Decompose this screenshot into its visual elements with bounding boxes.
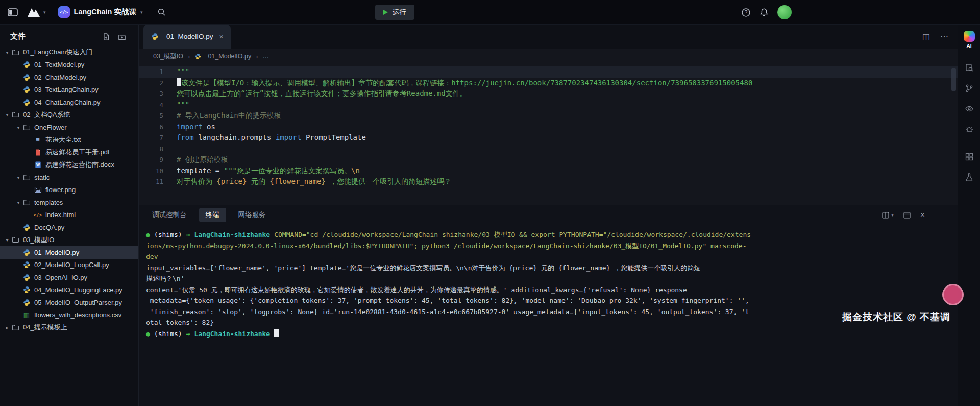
terminal-line: ions/ms-python.debugpy-2024.0.0-linux-x6…: [146, 241, 958, 252]
workspace-switcher[interactable]: </> LangChain 实战课 ▾: [58, 6, 143, 18]
extensions-icon[interactable]: [965, 152, 974, 161]
code-token: """: [177, 67, 189, 76]
new-folder-icon[interactable]: [118, 33, 126, 41]
close-panel-icon[interactable]: ×: [920, 210, 925, 220]
tree-folder[interactable]: 01_LangChain快速入门: [0, 46, 138, 59]
terminal-line: content='仅需 50 元，即可拥有这束娇艳欲滴的玫瑰，它如爱情的使者，散…: [146, 284, 958, 296]
maximize-panel-icon[interactable]: [903, 211, 911, 219]
chevron-right-icon[interactable]: [3, 325, 11, 330]
tab-debug-console[interactable]: 调试控制台: [152, 210, 187, 220]
code-token: 对于售价为: [177, 177, 216, 185]
ai-label: AI: [967, 43, 972, 49]
code-token: \n: [351, 166, 360, 175]
split-terminal-icon[interactable]: ▾: [881, 211, 894, 219]
tree-folder[interactable]: templates: [0, 196, 138, 209]
notifications-bell-icon[interactable]: [760, 8, 769, 17]
tree-file[interactable]: 03_TextLangChain.py: [0, 84, 138, 97]
tree-file[interactable]: 05_ModelIO_OutputParser.py: [0, 296, 138, 309]
tree-file-selected[interactable]: 01_ModelIO.py: [0, 246, 138, 259]
floating-assistant-badge[interactable]: [942, 284, 964, 305]
workspace-name: LangChain 实战课: [74, 7, 136, 17]
close-icon[interactable]: ×: [219, 33, 224, 41]
tree-file[interactable]: </> index.html: [0, 209, 138, 222]
terminal-output-text: otal_tokens': 82}: [146, 319, 214, 326]
line-number: 11: [139, 176, 163, 187]
terminal-cursor[interactable]: [274, 329, 279, 337]
tree-file[interactable]: DocQA.py: [0, 221, 138, 234]
tree-file[interactable]: ▦ flowers_with_descriptions.csv: [0, 309, 138, 322]
breadcrumb-item[interactable]: 01_ModelIO.py: [194, 52, 251, 60]
terminal[interactable]: ●(shims)→LangChain-shizhankeCOMMAND="cd …: [139, 225, 958, 406]
breadcrumb-item[interactable]: 03_模型IO: [153, 52, 183, 61]
chevron-down-icon[interactable]: [3, 50, 11, 55]
terminal-output-text: _metadata={'token_usage': {'completion_t…: [146, 297, 749, 304]
chevron-down-icon[interactable]: [14, 175, 22, 180]
terminal-prompt-line[interactable]: ●(shims)→LangChain-shizhanke: [146, 328, 958, 340]
tab-terminal[interactable]: 终端: [199, 208, 226, 222]
tree-file[interactable]: 易速鲜花员工手册.pdf: [0, 146, 138, 159]
code-token: """您是一位专业的鲜花店文案撰写员。: [224, 166, 351, 175]
tree-file[interactable]: 02_ChatModel.py: [0, 71, 138, 84]
sidebar-toggle-icon[interactable]: [7, 7, 18, 18]
tree-item-label: 01_ModelIO.py: [34, 249, 79, 256]
more-actions-icon[interactable]: ⋯: [940, 32, 948, 41]
terminal-line: 描述吗？\n': [146, 273, 958, 284]
help-icon[interactable]: ?: [741, 8, 751, 17]
terminal-line: input_variables=['flower_name', 'price']…: [146, 262, 958, 274]
code-editor[interactable]: 1 """ 2 该文件是【模型I/O：输入提示、调用模型、解析输出】章节的配套代…: [139, 64, 958, 205]
tree-item-label: 05_ModelIO_OutputParser.py: [34, 299, 122, 306]
user-avatar[interactable]: [777, 5, 792, 19]
tree-item-label: 花语大全.txt: [45, 135, 81, 145]
line-number: 6: [139, 122, 163, 133]
debug-bug-icon[interactable]: [965, 125, 974, 134]
tree-folder[interactable]: static: [0, 171, 138, 184]
tree-file[interactable]: 04_ModelIO_HuggingFace.py: [0, 284, 138, 297]
tree-file[interactable]: W 易速鲜花运营指南.docx: [0, 159, 138, 172]
tab-network-service[interactable]: 网络服务: [238, 210, 266, 220]
editor-area: 01_ModelIO.py × ◫ ⋯ 03_模型IO › 01_ModelIO…: [139, 25, 958, 406]
python-icon: [22, 61, 31, 69]
tree-folder[interactable]: 02_文档QA系统: [0, 109, 138, 122]
text-file-icon: ≡: [34, 136, 42, 144]
split-editor-icon[interactable]: ◫: [922, 32, 930, 41]
breadcrumb-item[interactable]: …: [263, 53, 270, 60]
tree-folder[interactable]: 04_提示模板上: [0, 321, 138, 334]
run-button[interactable]: 运行: [375, 5, 414, 20]
chevron-down-icon[interactable]: [14, 200, 22, 205]
tree-file[interactable]: ≡ 花语大全.txt: [0, 134, 138, 147]
tree-item-label: OneFlower: [34, 124, 67, 131]
folder-icon: [11, 323, 19, 331]
tree-folder[interactable]: OneFlower: [0, 121, 138, 134]
ai-assistant-button[interactable]: AI: [964, 31, 975, 49]
code-link[interactable]: https://juejin.cn/book/73877023474361303…: [451, 79, 752, 87]
tree-file[interactable]: 04_ChatLangChain.py: [0, 96, 138, 109]
editor-tab[interactable]: 01_ModelIO.py ×: [143, 25, 231, 49]
tree-folder[interactable]: 03_模型IO: [0, 234, 138, 247]
tree-file[interactable]: 01_TextModel.py: [0, 59, 138, 71]
editor-scrollbar[interactable]: [951, 68, 956, 91]
new-file-icon[interactable]: [102, 33, 110, 41]
search-icon[interactable]: [157, 8, 166, 17]
tab-label: 01_ModelIO.py: [166, 33, 213, 40]
preview-eye-icon[interactable]: [965, 104, 974, 113]
source-control-icon[interactable]: [965, 84, 974, 93]
chevron-down-icon[interactable]: [3, 237, 11, 243]
ide-logo[interactable]: ▾: [27, 6, 46, 18]
tree-file[interactable]: 02_ModelIO_LoopCall.py: [0, 259, 138, 272]
terminal-line: otal_tokens': 82}: [146, 317, 958, 328]
terminal-line: _metadata={'token_usage': {'completion_t…: [146, 295, 958, 306]
tree-file[interactable]: flower.png: [0, 184, 138, 197]
tree-file[interactable]: 03_OpenAI_IO.py: [0, 271, 138, 284]
code-search-icon[interactable]: [965, 63, 974, 73]
chevron-down-icon[interactable]: [3, 112, 11, 117]
code-token: # 创建原始模板: [177, 155, 228, 163]
chevron-down-icon[interactable]: [14, 125, 22, 130]
code-token: 您可以点击最上方的“运行”按钮，直接运行该文件；更多操作指引请参考Readme.…: [177, 89, 467, 98]
tree-item-label: 03_TextLangChain.py: [34, 86, 99, 93]
tree-item-label: static: [34, 174, 50, 181]
test-flask-icon[interactable]: [965, 173, 974, 182]
tree-item-label: index.html: [45, 211, 76, 219]
tree-item-label: 04_ModelIO_HuggingFace.py: [34, 286, 122, 294]
python-icon: [22, 73, 31, 81]
svg-text:W: W: [36, 163, 40, 168]
